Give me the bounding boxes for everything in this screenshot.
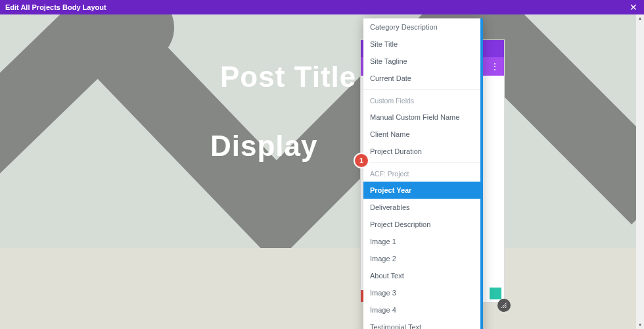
modal-title: Edit All Projects Body Layout <box>5 3 106 11</box>
resize-handle-icon[interactable] <box>497 299 511 312</box>
dd-item-about-text[interactable]: About Text <box>363 267 483 284</box>
placeholder-post-title: Post Title <box>220 61 356 93</box>
modal-topbar: Edit All Projects Body Layout ✕ <box>0 0 644 14</box>
dd-item-site-tagline[interactable]: Site Tagline <box>363 53 483 70</box>
dd-group-custom-fields: Custom Fields <box>363 89 483 109</box>
kebab-menu-icon[interactable]: ⋮ <box>490 61 500 72</box>
dd-item-image-3[interactable]: Image 3 <box>363 284 483 301</box>
dd-item-client-name[interactable]: Client Name <box>363 126 483 143</box>
page-canvas: Post Title Display <box>0 14 644 248</box>
scroll-down-icon[interactable]: ▾ <box>636 321 644 329</box>
dd-group-acf-project: ACF: Project <box>363 163 483 182</box>
dd-item-current-date[interactable]: Current Date <box>363 70 483 87</box>
dd-item-image-4[interactable]: Image 4 <box>363 301 483 318</box>
dd-item-site-title[interactable]: Site Title <box>363 36 483 53</box>
dd-item-image-1[interactable]: Image 1 <box>363 233 483 250</box>
dd-item-manual-custom-field[interactable]: Manual Custom Field Name <box>363 109 483 126</box>
page-scrollbar[interactable]: ▴ ▾ <box>636 14 644 329</box>
placeholder-display: Display <box>210 130 318 163</box>
dd-item-image-2[interactable]: Image 2 <box>363 250 483 267</box>
dynamic-content-dropdown: Category Description Site Title Site Tag… <box>363 18 483 329</box>
dd-item-category-description[interactable]: Category Description <box>363 18 483 36</box>
background-shape <box>0 14 644 248</box>
page-canvas-lower <box>0 248 644 329</box>
dd-item-project-description[interactable]: Project Description <box>363 216 483 233</box>
close-icon[interactable]: ✕ <box>628 2 639 13</box>
dd-item-project-duration[interactable]: Project Duration <box>363 143 483 160</box>
scroll-up-icon[interactable]: ▴ <box>636 14 644 22</box>
dd-item-deliverables[interactable]: Deliverables <box>363 199 483 216</box>
dd-item-testimonial-text[interactable]: Testimonial Text <box>363 318 483 329</box>
annotation-badge-1: 1 <box>355 154 368 167</box>
dropdown-scrollbar[interactable] <box>480 18 483 329</box>
panel-footer-accent[interactable] <box>490 288 501 299</box>
dd-item-project-year[interactable]: Project Year <box>363 182 483 199</box>
